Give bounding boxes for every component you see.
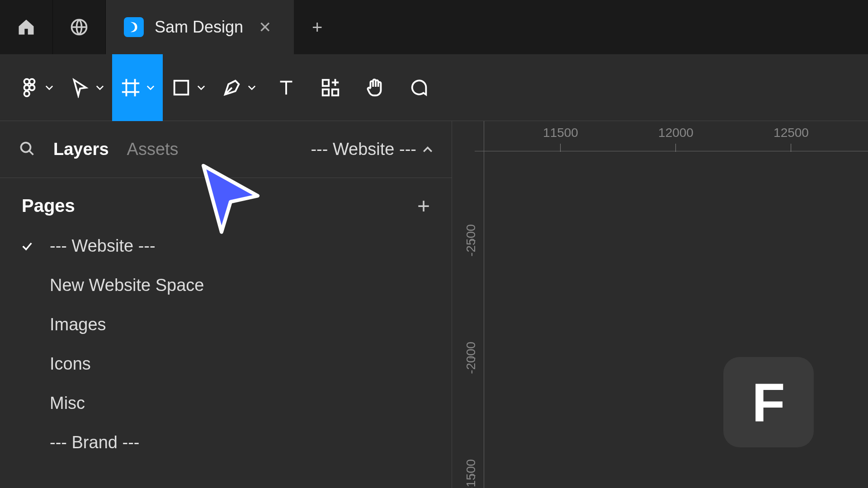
- figma-file-icon: [124, 17, 144, 37]
- chevron-down-icon: [45, 84, 53, 92]
- left-panel: Layers Assets --- Website --- Pages + --…: [0, 121, 452, 488]
- svg-rect-7: [323, 80, 329, 85]
- figma-logo-icon: [19, 77, 40, 98]
- new-tab-button[interactable]: +: [294, 0, 340, 54]
- page-row[interactable]: Icons: [0, 344, 452, 384]
- svg-point-5: [24, 91, 30, 96]
- search-icon: [19, 141, 35, 157]
- svg-rect-9: [332, 89, 338, 95]
- active-file-tab[interactable]: Sam Design ✕: [106, 0, 294, 54]
- main-menu-button[interactable]: [11, 54, 61, 121]
- ruler-horizontal: 11500 12000 12500: [475, 121, 868, 150]
- pages-title: Pages: [22, 196, 75, 216]
- shape-tool[interactable]: [163, 54, 213, 121]
- page-row[interactable]: --- Website ---: [0, 226, 452, 266]
- page-dropdown[interactable]: --- Website ---: [311, 140, 433, 159]
- page-label: Misc: [50, 394, 85, 413]
- page-row[interactable]: Misc: [0, 384, 452, 423]
- chevron-down-icon: [146, 84, 155, 92]
- search-layers-button[interactable]: [19, 141, 35, 159]
- cursor-icon: [70, 77, 90, 98]
- left-panel-tabs: Layers Assets --- Website ---: [0, 121, 452, 178]
- page-row[interactable]: --- Brand ---: [0, 423, 452, 462]
- pages-header: Pages +: [0, 178, 452, 226]
- app-tabbar: Sam Design ✕ +: [0, 0, 868, 54]
- chevron-down-icon: [96, 84, 104, 92]
- svg-point-4: [29, 85, 35, 90]
- page-label: Images: [50, 315, 106, 334]
- main-toolbar: [0, 54, 868, 121]
- resources-icon: [320, 77, 341, 98]
- canvas-guide-vertical: [484, 121, 484, 488]
- pen-tool[interactable]: [213, 54, 264, 121]
- home-tab[interactable]: [0, 0, 53, 54]
- page-label: --- Website ---: [50, 236, 156, 256]
- svg-rect-6: [175, 80, 189, 94]
- community-tab[interactable]: [53, 0, 106, 54]
- pen-icon: [222, 77, 242, 98]
- file-tab-title: Sam Design: [155, 18, 243, 37]
- text-icon: [276, 77, 297, 98]
- comment-icon: [409, 77, 429, 98]
- layers-tab[interactable]: Layers: [53, 140, 109, 159]
- hand-icon: [364, 77, 385, 98]
- key-press-indicator: F: [723, 357, 814, 447]
- svg-point-10: [21, 142, 31, 152]
- text-tool[interactable]: [264, 54, 308, 121]
- frame-icon: [120, 77, 141, 98]
- close-tab-button[interactable]: ✕: [254, 18, 276, 36]
- chevron-up-icon: [423, 145, 433, 155]
- resources-tool[interactable]: [308, 54, 353, 121]
- comment-tool[interactable]: [397, 54, 441, 121]
- svg-rect-8: [323, 89, 329, 95]
- page-row[interactable]: Images: [0, 305, 452, 344]
- add-page-button[interactable]: +: [417, 193, 430, 218]
- assets-tab[interactable]: Assets: [127, 140, 179, 159]
- chevron-down-icon: [197, 84, 205, 92]
- ruler-vertical: -2500 -2000 -1500: [452, 150, 475, 488]
- page-label: New Website Space: [50, 276, 204, 295]
- check-icon: [18, 240, 36, 253]
- page-row[interactable]: New Website Space: [0, 266, 452, 305]
- hand-tool[interactable]: [353, 54, 397, 121]
- globe-icon: [69, 17, 89, 37]
- svg-point-2: [29, 79, 35, 84]
- move-tool[interactable]: [61, 54, 112, 121]
- home-icon: [16, 17, 36, 37]
- page-label: --- Brand ---: [50, 433, 139, 452]
- rectangle-icon: [171, 77, 192, 98]
- page-dropdown-label: --- Website ---: [311, 140, 416, 159]
- frame-tool[interactable]: [112, 54, 163, 121]
- page-label: Icons: [50, 354, 91, 374]
- chevron-down-icon: [248, 84, 256, 92]
